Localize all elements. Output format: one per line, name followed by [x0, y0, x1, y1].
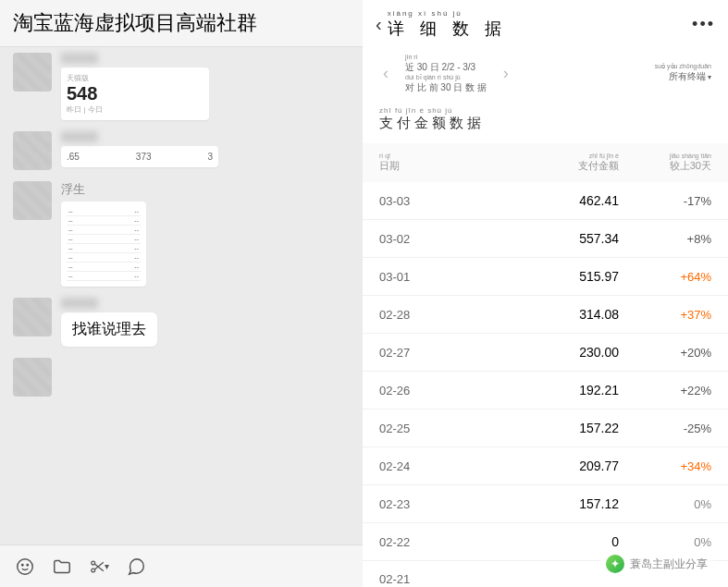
wechat-icon: ✦ — [606, 555, 624, 573]
message-image-card[interactable]: 天猫版 548 昨日 | 今日 — [61, 67, 209, 120]
cell-date: 02-28 — [379, 308, 463, 322]
cell-delta: 0% — [619, 497, 711, 511]
card-sub: 昨日 | 今日 — [67, 104, 204, 115]
col-pinyin: zhī fù jīn é — [589, 153, 619, 159]
svg-point-2 — [27, 564, 28, 565]
next-range-button[interactable]: › — [500, 64, 512, 83]
emoji-icon[interactable] — [15, 556, 35, 577]
cell-delta: +37% — [619, 308, 711, 322]
folder-icon[interactable] — [52, 556, 72, 577]
cell-delta: -25% — [619, 422, 711, 435]
table-row[interactable]: 02-23157.120% — [363, 485, 728, 523]
back-button[interactable]: ‹ — [376, 14, 382, 35]
table-body[interactable]: 03-03462.41-17%03-02557.34+8%03-01515.97… — [363, 182, 728, 587]
avatar[interactable] — [13, 298, 52, 336]
table-row[interactable]: 02-25157.22-25% — [363, 410, 728, 447]
cell-date: 02-21 — [379, 572, 463, 586]
sender-name — [61, 298, 98, 309]
table-header: rì qī日期 zhī fù jīn é支付金额 jiāo shàng tiān… — [363, 143, 728, 182]
chat-message: .65 373 3 — [0, 126, 363, 176]
cell-date: 02-25 — [379, 422, 463, 435]
col-pinyin: jiāo shàng tiān — [670, 153, 711, 159]
avatar[interactable] — [13, 181, 52, 220]
cell-date: 03-02 — [379, 232, 463, 246]
card-value: 548 — [67, 83, 204, 104]
cell-date: 02-22 — [379, 535, 463, 549]
chat-icon[interactable] — [126, 556, 146, 577]
terminal-dropdown[interactable]: suǒ yǒu zhōngduān 所有终端 — [655, 63, 711, 83]
cell-amount: 557.34 — [463, 231, 619, 246]
card-label: 天猫版 — [67, 73, 204, 83]
col-amount: 支付金额 — [578, 159, 619, 173]
date-range-selector[interactable]: jìn rì 近 30 日 2/2 - 3/3 duì bǐ qián rì s… — [405, 53, 487, 93]
scissors-icon[interactable]: ▾ — [89, 556, 109, 577]
cell-date: 02-26 — [379, 384, 463, 397]
cell-date: 02-27 — [379, 346, 463, 360]
cell-amount: 157.12 — [463, 496, 619, 511]
cell-date: 02-24 — [379, 459, 463, 473]
avatar[interactable] — [13, 53, 52, 92]
prev-range-button[interactable]: ‹ — [379, 64, 392, 83]
watermark-text: 蓑岛主副业分享 — [630, 556, 708, 572]
table-row[interactable]: 02-27230.00+20% — [363, 334, 728, 372]
message-image-table[interactable]: ---- ---- ---- ---- ---- ---- ---- ---- — [61, 202, 146, 287]
section-cn: 支付金额数据 — [379, 115, 711, 132]
chat-message — [0, 352, 363, 402]
message-image-card[interactable]: .65 373 3 — [61, 146, 218, 167]
cell-delta: 0% — [619, 535, 711, 549]
chat-title: 淘宝蓝海虚拟项目高端社群 — [0, 0, 363, 47]
chat-message: 找谁说理去 — [0, 292, 363, 352]
avatar[interactable] — [13, 358, 52, 397]
svg-point-3 — [92, 561, 95, 565]
col-delta: 较上30天 — [670, 159, 711, 173]
table-row[interactable]: 02-24209.77+34% — [363, 447, 728, 485]
filter-bar: ‹ jìn rì 近 30 日 2/2 - 3/3 duì bǐ qián rì… — [363, 43, 728, 99]
table-row[interactable]: 02-28314.08+37% — [363, 296, 728, 334]
chat-message: 浮生 ---- ---- ---- ---- ---- ---- ---- --… — [0, 176, 363, 292]
title-cn: 详 细 数 据 — [388, 18, 507, 40]
range-text: 近 30 日 2/2 - 3/3 — [405, 61, 487, 73]
terminal-pinyin: suǒ yǒu zhōngduān — [655, 63, 711, 70]
svg-point-4 — [92, 569, 95, 572]
card-cell: 3 — [207, 152, 213, 162]
table-row[interactable]: 03-03462.41-17% — [363, 182, 728, 220]
sender-name: 浮生 — [61, 181, 146, 198]
table-row[interactable]: 02-26192.21+22% — [363, 372, 728, 410]
report-panel: ‹ xiáng xì shù jù 详 细 数 据 ••• ‹ jìn rì 近… — [363, 0, 728, 587]
section-pinyin: zhī fù jīn é shù jù — [379, 106, 711, 115]
cell-delta: +20% — [619, 346, 711, 360]
col-date: 日期 — [379, 159, 463, 173]
range-pinyin2: duì bǐ qián rì shù jù — [405, 73, 487, 81]
page-title: xiáng xì shù jù 详 细 数 据 — [388, 9, 507, 40]
cell-date: 03-03 — [379, 194, 463, 208]
cell-amount: 230.00 — [463, 345, 619, 360]
card-cell: 373 — [136, 152, 152, 162]
cell-delta: +34% — [619, 459, 711, 473]
chat-panel: 淘宝蓝海虚拟项目高端社群 天猫版 548 昨日 | 今日 .65 37 — [0, 0, 363, 587]
card-cell: .65 — [67, 152, 80, 162]
cell-amount: 209.77 — [463, 459, 619, 473]
section-title: zhī fù jīn é shù jù 支付金额数据 — [363, 99, 728, 143]
sender-name — [61, 131, 98, 142]
chat-messages: 天猫版 548 昨日 | 今日 .65 373 3 — [0, 47, 363, 544]
svg-point-0 — [18, 558, 33, 574]
cell-amount: 192.21 — [463, 383, 619, 397]
avatar[interactable] — [13, 131, 52, 170]
cell-date: 02-23 — [379, 497, 463, 511]
report-header: ‹ xiáng xì shù jù 详 细 数 据 ••• — [363, 0, 728, 43]
chat-message: 天猫版 548 昨日 | 今日 — [0, 47, 363, 126]
range-compare-text: 对 比 前 30 日 数 据 — [405, 81, 487, 93]
table-row[interactable]: 03-01515.97+64% — [363, 258, 728, 296]
message-text: 找谁说理去 — [61, 312, 157, 347]
col-pinyin: rì qī — [379, 153, 463, 159]
table-row[interactable]: 03-02557.34+8% — [363, 220, 728, 258]
more-icon[interactable]: ••• — [692, 15, 715, 34]
cell-date: 03-01 — [379, 270, 463, 284]
cell-amount: 0 — [463, 534, 619, 549]
range-pinyin: jìn rì — [405, 53, 487, 61]
cell-amount: 314.08 — [463, 307, 619, 322]
chat-toolbar: ▾ — [0, 544, 363, 587]
svg-point-1 — [22, 564, 23, 565]
cell-amount: 515.97 — [463, 269, 619, 284]
title-pinyin: xiáng xì shù jù — [388, 9, 463, 18]
